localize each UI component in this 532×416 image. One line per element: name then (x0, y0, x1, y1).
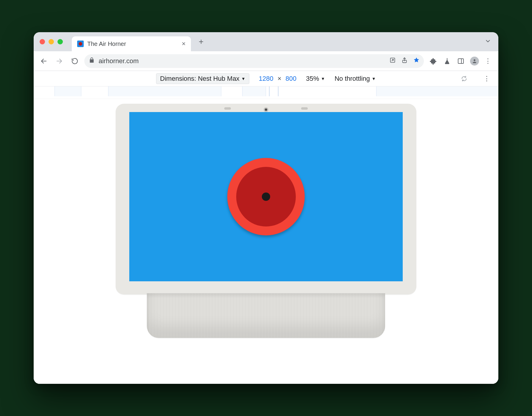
extensions-icon[interactable] (427, 55, 439, 67)
browser-window: The Air Horner × + airhorner.com (34, 32, 498, 384)
device-preview-area (34, 99, 498, 384)
back-button[interactable] (38, 55, 50, 67)
zoom-value: 35% (306, 75, 319, 83)
device-bezel (116, 104, 416, 294)
nest-hub-max-frame (116, 104, 416, 339)
device-select[interactable]: Dimensions: Nest Hub Max ▼ (156, 73, 249, 84)
rotate-device-button[interactable] (459, 74, 469, 84)
window-minimize-button[interactable] (49, 39, 54, 44)
page-content[interactable] (129, 112, 403, 281)
dropdown-triangle-icon: ▼ (321, 76, 325, 81)
dimensions-separator: × (278, 75, 281, 83)
window-zoom-button[interactable] (57, 39, 63, 44)
throttling-value: No throttling (335, 75, 370, 83)
browser-tab-active[interactable]: The Air Horner × (72, 36, 191, 51)
svg-point-6 (474, 59, 475, 61)
browser-menu-button[interactable]: ⋮ (482, 55, 494, 67)
omnibox-trailing-icons (389, 57, 420, 65)
device-toolbar: Dimensions: Nest Hub Max ▼ 1280 × 800 35… (34, 71, 498, 86)
device-base (147, 293, 385, 338)
avatar-icon (470, 57, 479, 66)
titlebar: The Air Horner × + (34, 32, 498, 51)
profile-avatar[interactable] (469, 55, 480, 67)
share-icon[interactable] (401, 57, 408, 65)
dropdown-triangle-icon: ▼ (372, 76, 376, 81)
browser-toolbar: airhorner.com (34, 51, 498, 71)
lock-icon (88, 57, 95, 65)
tab-title: The Air Horner (87, 41, 178, 47)
device-sensors (116, 107, 416, 112)
device-height-input[interactable]: 800 (286, 75, 297, 83)
new-tab-button[interactable]: + (199, 38, 203, 46)
tab-close-button[interactable]: × (182, 41, 186, 47)
url-text: airhorner.com (99, 57, 386, 65)
throttling-select[interactable]: No throttling ▼ (335, 75, 376, 83)
airhorner-favicon (77, 41, 84, 47)
zoom-select[interactable]: 35% ▼ (306, 75, 325, 83)
side-panel-icon[interactable] (455, 55, 467, 67)
sensor-pill-icon (301, 107, 308, 110)
device-dimensions: 1280 × 800 (259, 75, 297, 83)
labs-icon[interactable] (441, 55, 453, 67)
device-select-label: Dimensions: Nest Hub Max (160, 75, 239, 83)
open-externally-icon[interactable] (389, 57, 396, 65)
sensor-pill-icon (224, 107, 231, 110)
bookmark-star-icon[interactable] (413, 57, 420, 65)
dropdown-triangle-icon: ▼ (241, 76, 245, 81)
device-width-input[interactable]: 1280 (259, 75, 273, 83)
kebab-icon: ⋮ (485, 57, 492, 65)
window-controls (40, 39, 63, 44)
address-bar[interactable]: airhorner.com (84, 54, 424, 68)
window-close-button[interactable] (40, 39, 45, 44)
airhorn-dot (262, 193, 270, 201)
forward-button[interactable] (53, 55, 65, 67)
airhorn-inner-circle (236, 167, 296, 226)
tab-search-button[interactable] (485, 38, 491, 46)
camera-icon (264, 107, 268, 112)
media-query-ruler (34, 86, 498, 99)
device-toolbar-menu[interactable]: ⋮ (483, 75, 490, 83)
svg-rect-4 (458, 59, 463, 63)
airhorn-button[interactable] (227, 158, 305, 235)
toolbar-right-icons: ⋮ (427, 55, 494, 67)
kebab-icon: ⋮ (483, 75, 490, 82)
reload-button[interactable] (69, 55, 81, 67)
